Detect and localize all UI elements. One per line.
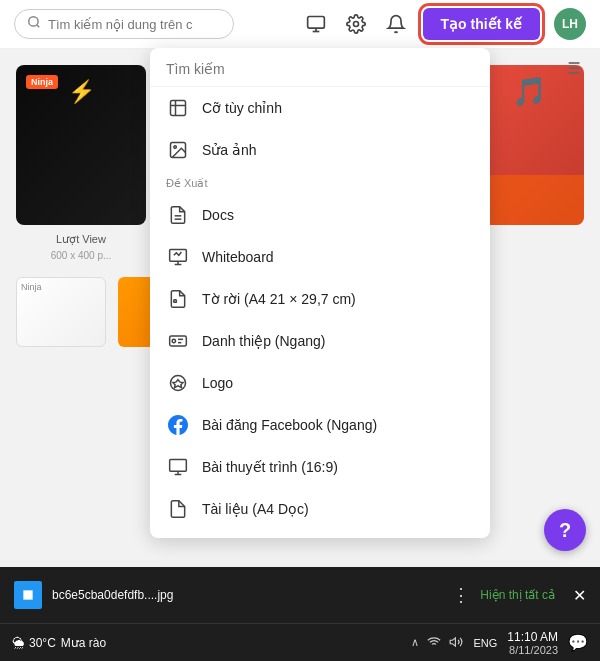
dropdown-search-input[interactable] [166, 61, 474, 77]
document-icon [166, 497, 190, 521]
danh-thiep-label: Danh thiệp (Ngang) [202, 333, 325, 349]
search-icon [27, 15, 41, 33]
edit-photo-label: Sửa ảnh [202, 142, 257, 158]
tray-weather: 🌦 30°C Mưa rào [12, 636, 106, 650]
search-bar[interactable] [14, 9, 234, 39]
create-button[interactable]: Tạo thiết kế [423, 8, 540, 40]
notifications-icon[interactable] [383, 11, 409, 37]
content-menu-icon[interactable] [562, 58, 582, 82]
thumb-sub-1: 600 x 400 p... [16, 250, 146, 261]
docs-label: Docs [202, 207, 234, 223]
svg-line-1 [37, 25, 40, 28]
tờ-rời-icon [166, 287, 190, 311]
dropdown-item-whiteboard[interactable]: Whiteboard [150, 236, 490, 278]
tray-time-value: 11:10 AM [507, 630, 558, 644]
dropdown-item-logo[interactable]: Logo [150, 362, 490, 404]
top-nav: Tạo thiết kế LH [0, 0, 600, 49]
whiteboard-label: Whiteboard [202, 249, 274, 265]
facebook-label: Bài đăng Facebook (Ngang) [202, 417, 377, 433]
danh-thiep-icon [166, 329, 190, 353]
dropdown-item-custom-size[interactable]: Cỡ tùy chỉnh [150, 87, 490, 129]
svg-point-16 [174, 146, 177, 149]
dropdown-item-presentation[interactable]: Bài thuyết trình (16:9) [150, 446, 490, 488]
tray-caret-icon[interactable]: ∧ [411, 636, 419, 649]
tray-language[interactable]: ENG [473, 637, 497, 649]
edit-photo-icon [166, 138, 190, 162]
monitor-icon[interactable] [303, 11, 329, 37]
svg-point-0 [29, 17, 38, 26]
taskbar-dots[interactable]: ⋮ [452, 584, 470, 606]
weather-icon: 🌦 [12, 636, 24, 650]
dropdown-item-danh-thiep[interactable]: Danh thiệp (Ngang) [150, 320, 490, 362]
dropdown-item-facebook[interactable]: Bài đăng Facebook (Ngang) [150, 404, 490, 446]
taskbar-file-icon [14, 581, 42, 609]
tray-temperature: 30°C [29, 636, 56, 650]
tray-speaker-icon [449, 635, 463, 651]
dropdown-item-edit-photo[interactable]: Sửa ảnh [150, 129, 490, 171]
presentation-label: Bài thuyết trình (16:9) [202, 459, 338, 475]
thumb-card-small-1[interactable]: Ninja [16, 277, 106, 347]
dropdown-item-tờ-rời[interactable]: Tờ rời (A4 21 × 29,7 cm) [150, 278, 490, 320]
thumbnail-card-3[interactable]: 🎵 [474, 65, 584, 225]
help-button[interactable]: ? [544, 509, 586, 551]
tray-weather-label: Mưa rào [61, 636, 106, 650]
dropdown-item-document[interactable]: Tài liệu (A4 Dọc) [150, 488, 490, 530]
tray-chat-icon[interactable]: 💬 [568, 633, 588, 652]
logo-label: Logo [202, 375, 233, 391]
taskbar-show-all[interactable]: Hiện thị tất cả [480, 588, 555, 602]
tray-network-icon [427, 635, 441, 651]
svg-point-5 [353, 22, 358, 27]
svg-rect-2 [307, 17, 324, 29]
svg-rect-28 [170, 460, 187, 472]
presentation-icon [166, 455, 190, 479]
whiteboard-icon [166, 245, 190, 269]
taskbar-filename: bc6e5cba0defdfb....jpg [52, 588, 442, 602]
nav-icons: Tạo thiết kế LH [303, 8, 586, 40]
svg-marker-32 [451, 637, 456, 645]
tray-date-value: 8/11/2023 [507, 644, 558, 656]
tờ-rời-label: Tờ rời (A4 21 × 29,7 cm) [202, 291, 356, 307]
dropdown-menu: Cỡ tùy chỉnh Sửa ảnh Đề Xuất Docs [150, 48, 490, 538]
thumbnail-card-1[interactable]: Ninja ⚡ [16, 65, 146, 225]
dropdown-search-area[interactable] [150, 48, 490, 87]
docs-icon [166, 203, 190, 227]
svg-point-24 [172, 339, 175, 342]
document-label: Tài liệu (A4 Dọc) [202, 501, 309, 517]
tray-right: ∧ ENG 11:10 AM 8/11/2023 💬 [411, 630, 588, 656]
dropdown-item-docs[interactable]: Docs [150, 194, 490, 236]
logo-icon [166, 371, 190, 395]
thumb-label-1: Lượt View [16, 233, 146, 246]
dropdown-section-label: Đề Xuất [150, 171, 490, 194]
avatar[interactable]: LH [554, 8, 586, 40]
taskbar: bc6e5cba0defdfb....jpg ⋮ Hiện thị tất cả… [0, 567, 600, 623]
svg-rect-22 [174, 300, 177, 303]
custom-size-label: Cỡ tùy chỉnh [202, 100, 282, 116]
ninja-badge: Ninja [26, 75, 58, 89]
tray-time: 11:10 AM 8/11/2023 [507, 630, 558, 656]
svg-rect-12 [171, 101, 186, 116]
settings-icon[interactable] [343, 11, 369, 37]
taskbar-close-button[interactable]: ✕ [573, 586, 586, 605]
tray-icons: ∧ [411, 635, 463, 651]
search-input[interactable] [48, 17, 221, 32]
system-tray: 🌦 30°C Mưa rào ∧ ENG 11:10 AM 8/11/2023 [0, 623, 600, 661]
custom-size-icon [166, 96, 190, 120]
facebook-icon [166, 413, 190, 437]
